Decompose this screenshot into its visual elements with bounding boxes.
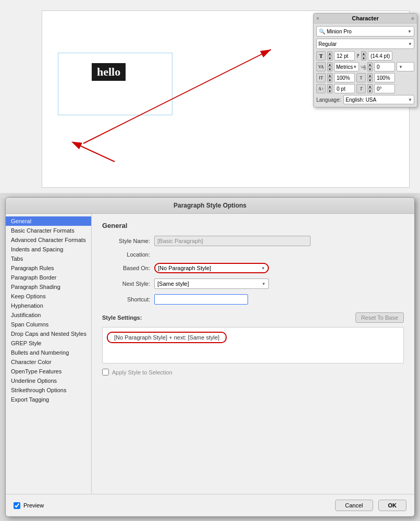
vscale-spinner[interactable]: ▲ ▼ [327,73,332,82]
sidebar-item-tabs[interactable]: Tabs [6,254,91,263]
chevron-down-icon: ▼ [262,282,266,286]
next-style-row: Next Style: [Same style] ▼ [102,278,404,289]
font-name-row[interactable]: 🔍 Minion Pro ▼ [316,26,414,37]
kerning-down-arrow[interactable]: ▼ [327,67,332,71]
vscale-up-arrow[interactable]: ▲ [327,73,332,78]
leading-down-arrow[interactable]: ▼ [361,56,366,60]
next-style-label: Next Style: [102,281,154,287]
sidebar-item-keep-options[interactable]: Keep Options [6,292,91,301]
location-label: Location: [102,251,154,258]
language-dropdown[interactable]: English: USA ▼ [343,95,414,104]
vscale-down-arrow[interactable]: ▼ [327,78,332,82]
based-on-value: [No Paragraph Style] [158,265,211,271]
preview-checkbox[interactable] [14,502,20,509]
skew-icon: T [356,84,366,93]
menu-icon[interactable]: ≡ [411,16,414,21]
sidebar-item-bullets[interactable]: Bullets and Numbering [6,348,91,357]
baseline-value[interactable]: 0 pt [334,84,355,93]
tracking-icon: VA̲ [361,65,366,69]
based-on-row: Based On: [No Paragraph Style] ▼ [102,263,404,273]
dialog-title: Paragraph Style Options [174,202,246,209]
preview-row: Preview [14,500,330,511]
skew-value[interactable]: 0° [374,84,395,93]
leading-icon: ⁋ [356,53,360,58]
baseline-down-arrow[interactable]: ▼ [327,89,332,93]
ok-button[interactable]: OK [378,500,407,511]
based-on-dropdown[interactable]: [No Paragraph Style] ▼ [154,263,269,273]
text-frame [58,53,172,115]
horizontal-scale-value[interactable]: 100% [374,73,395,82]
chevron-down-icon: ▼ [261,266,265,271]
hscale-down-arrow[interactable]: ▼ [367,78,373,82]
sidebar-item-opentype[interactable]: OpenType Features [6,367,91,376]
chevron-down-icon: ▼ [353,65,357,69]
sidebar-item-indents[interactable]: Indents and Spacing [6,245,91,254]
style-name-label: Style Name: [102,238,154,244]
sidebar-item-para-border[interactable]: Paragraph Border [6,273,91,282]
size-down-arrow[interactable]: ▼ [327,56,332,60]
sidebar-item-adv-char[interactable]: Advanced Character Formats [6,235,91,245]
dialog-overlay: Paragraph Style Options General Basic Ch… [0,193,420,521]
skew-down-arrow[interactable]: ▼ [367,89,373,93]
font-size-icon: T [316,51,326,60]
leading-up-arrow[interactable]: ▲ [361,51,366,56]
sidebar-item-justification[interactable]: Justification [6,310,91,320]
apply-style-checkbox[interactable] [102,369,109,375]
tracking-value[interactable]: 0 [374,62,395,71]
preview-label: Preview [23,502,44,508]
skew-up-arrow[interactable]: ▲ [367,84,373,89]
sidebar-item-general[interactable]: General [6,216,91,226]
next-style-dropdown[interactable]: [Same style] ▼ [154,278,269,289]
reset-to-base-button[interactable]: Reset To Base [355,312,404,323]
cancel-button[interactable]: Cancel [335,500,373,511]
skew-spinner[interactable]: ▲ ▼ [367,84,373,93]
size-leading-row: T ▲ ▼ 12 pt ⁋ ▲ ▼ (14.4 pt) [316,51,414,60]
style-settings-label: Style Settings: [102,314,142,321]
tracking-up-arrow[interactable]: ▲ [367,62,373,67]
font-style-dropdown[interactable]: Regular ▼ [316,39,414,49]
kerning-up-arrow[interactable]: ▲ [327,62,332,67]
language-label: Language: [316,97,341,103]
sidebar-item-para-rules[interactable]: Paragraph Rules [6,263,91,273]
baseline-row: A↑ ▲ ▼ 0 pt T ▲ ▼ 0° [316,84,414,93]
leading-spinner[interactable]: ▲ ▼ [361,51,366,60]
tracking-unit-dropdown[interactable]: ▼ [397,62,414,71]
hscale-up-arrow[interactable]: ▲ [367,73,373,78]
apply-style-label: Apply Style to Selection [112,369,172,375]
style-name-row: Style Name: [102,236,404,246]
sidebar-item-span-columns[interactable]: Span Columns [6,320,91,329]
leading-value[interactable]: (14.4 pt) [368,51,392,60]
dialog-footer: Preview Cancel OK [6,494,414,516]
main-panel: General Style Name: Location: Based On: … [92,214,414,494]
font-size-value[interactable]: 12 pt [334,51,355,60]
chevron-down-icon: ▼ [408,98,412,102]
kerning-row: VA ▲ ▼ Metrics ▼ VA̲ ▲ ▼ 0 ▼ [316,62,414,71]
vertical-scale-icon: IT [316,73,326,82]
language-row: Language: English: USA ▼ [316,95,414,104]
hscale-spinner[interactable]: ▲ ▼ [367,73,373,82]
sidebar-item-char-color[interactable]: Character Color [6,357,91,367]
character-panel-titlebar: × Character ≡ [314,14,417,23]
style-settings-header: Style Settings: Reset To Base [102,312,404,323]
shortcut-input[interactable] [154,294,248,305]
tracking-spinner[interactable]: ▲ ▼ [367,62,373,71]
sidebar-item-hyphenation[interactable]: Hyphenation [6,301,91,310]
kerning-dropdown[interactable]: Metrics ▼ [334,62,359,71]
sidebar-item-para-shading[interactable]: Paragraph Shading [6,282,91,292]
kerning-spinner[interactable]: ▲ ▼ [327,62,332,71]
sidebar-item-drop-caps[interactable]: Drop Caps and Nested Styles [6,329,91,338]
baseline-up-arrow[interactable]: ▲ [327,84,332,89]
sidebar-item-grep[interactable]: GREP Style [6,338,91,348]
sidebar-item-basic-char[interactable]: Basic Character Formats [6,226,91,235]
search-icon: 🔍 [319,29,325,34]
sidebar-item-strikethrough[interactable]: Strikethrough Options [6,385,91,395]
size-up-arrow[interactable]: ▲ [327,51,332,56]
style-name-input[interactable] [154,236,311,246]
baseline-spinner[interactable]: ▲ ▼ [327,84,332,93]
sidebar-item-underline[interactable]: Underline Options [6,376,91,385]
vertical-scale-value[interactable]: 100% [334,73,355,82]
character-panel: × Character ≡ 🔍 Minion Pro ▼ Regular ▼ T… [313,13,417,107]
tracking-down-arrow[interactable]: ▼ [367,67,373,71]
size-spinner[interactable]: ▲ ▼ [327,51,332,60]
sidebar-item-export[interactable]: Export Tagging [6,395,91,404]
